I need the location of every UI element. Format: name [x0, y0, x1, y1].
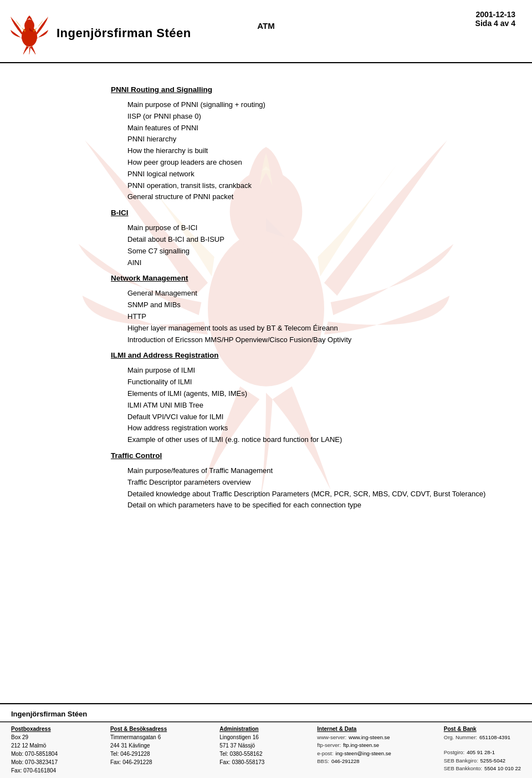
- section-pnni-heading: PNNI Routing and Signalling: [111, 85, 532, 94]
- header-subject: ATM: [257, 21, 274, 30]
- footer-bank-r5: SEB Bankkonto: 5504 10 010 22: [444, 765, 521, 772]
- header-page: Sida 4 av 4: [475, 19, 515, 28]
- footer-visiting: Post & Besöksadress Timmermansgatan 6 24…: [110, 726, 167, 775]
- footer-admin-r1: Lingonstigen 16: [219, 734, 264, 741]
- footer-admin-r2: 571 37 Nässjö: [219, 742, 264, 750]
- footer-postbox: Postboxadress Box 29 212 12 Malmö Mob: 0…: [11, 726, 58, 775]
- footer-internet-title: Internet & Data: [317, 726, 391, 732]
- list-item: Main purpose of B-ICI: [127, 222, 532, 234]
- section-traffic-heading: Traffic Control: [111, 451, 532, 460]
- list-item: Detail about B-ICI and B-ISUP: [127, 234, 532, 246]
- list-item: General Management: [127, 288, 532, 299]
- list-item: Detail on which parameters have to be sp…: [127, 500, 532, 511]
- header-left: Ingenjörsfirman Stéen: [10, 10, 191, 57]
- section-netmgmt: Network Management General ManagementSNM…: [111, 274, 532, 345]
- list-item: Example of other uses of ILMI (e.g. noti…: [127, 434, 532, 446]
- list-item: General structure of PNNI packet: [127, 191, 532, 203]
- footer-postbox-r3: Mob: 070-5851804: [11, 750, 58, 758]
- footer-internet-r3: e-post: ing-steen@ing-steen.se: [317, 750, 391, 757]
- list-item: HTTP: [127, 311, 532, 323]
- header-right: 2001-12-13 Sida 4 av 4: [475, 10, 515, 28]
- section-netmgmt-list: General ManagementSNMP and MIBsHTTPHighe…: [127, 288, 532, 345]
- footer-visiting-r2: 244 31 Kävlinge: [110, 742, 167, 750]
- list-item: How the hierarchy is built: [127, 145, 532, 157]
- footer-internet-r2: ftp-server: ftp.ing-steen.se: [317, 741, 391, 749]
- list-item: How peer group leaders are chosen: [127, 157, 532, 169]
- footer-bank-r1: Org. Nummer: 651108-4391: [444, 734, 521, 741]
- footer-postbox-r5: Fax: 070-6161804: [11, 767, 58, 775]
- footer-visiting-r3: Tel: 046-291228: [110, 750, 167, 758]
- section-ilmi: ILMI and Address Registration Main purpo…: [111, 351, 532, 446]
- footer-visiting-title: Post & Besöksadress: [110, 726, 167, 732]
- footer-postbox-r2: 212 12 Malmö: [11, 742, 58, 750]
- list-item: Main purpose of PNNI (signalling + routi…: [127, 99, 532, 111]
- list-item: Default VPI/VCI value for ILMI: [127, 411, 532, 423]
- list-item: Higher layer management tools as used by…: [127, 323, 532, 334]
- list-item: Main purpose of ILMI: [127, 365, 532, 377]
- section-pnni: PNNI Routing and Signalling Main purpose…: [111, 85, 532, 203]
- footer-bank-title: Post & Bank: [444, 726, 521, 732]
- list-item: Main features of PNNI: [127, 123, 532, 134]
- section-bici: B-ICI Main purpose of B-ICIDetail about …: [111, 209, 532, 268]
- footer-internet-r4: BBS: 046-291228: [317, 757, 391, 765]
- list-item: PNNI operation, transit lists, crankback: [127, 180, 532, 192]
- footer-admin-r3: Tel: 0380-558162: [219, 750, 264, 758]
- footer-postbox-r4: Mob: 070-3823417: [11, 759, 58, 766]
- section-netmgmt-heading: Network Management: [111, 274, 532, 282]
- main-content: PNNI Routing and Signalling Main purpose…: [0, 63, 532, 528]
- footer-admin-title: Administration: [219, 726, 264, 732]
- list-item: IISP (or PNNI phase 0): [127, 111, 532, 123]
- company-logo: [10, 10, 49, 57]
- list-item: ILMI ATM UNI MIB Tree: [127, 400, 532, 411]
- footer-visiting-r4: Fax: 046-291228: [110, 759, 167, 766]
- header-date: 2001-12-13: [475, 10, 515, 19]
- section-traffic-list: Main purpose/features of Traffic Managem…: [127, 465, 532, 511]
- list-item: Elements of ILMI (agents, MIB, IMEs): [127, 388, 532, 400]
- list-item: Some C7 signalling: [127, 246, 532, 257]
- section-pnni-list: Main purpose of PNNI (signalling + routi…: [127, 99, 532, 203]
- footer-bank-r2: [444, 741, 521, 748]
- footer-bank-r3: Postgiro: 405 91 28-1: [444, 749, 521, 756]
- list-item: PNNI logical network: [127, 169, 532, 180]
- section-ilmi-list: Main purpose of ILMIFunctionality of ILM…: [127, 365, 532, 446]
- list-item: Main purpose/features of Traffic Managem…: [127, 465, 532, 477]
- footer-postbox-title: Postboxadress: [11, 726, 58, 732]
- list-item: Traffic Descriptor parameters overview: [127, 477, 532, 489]
- list-item: Introduction of Ericsson MMS/HP Openview…: [127, 334, 532, 346]
- footer-admin: Administration Lingonstigen 16 571 37 Nä…: [219, 726, 264, 775]
- list-item: SNMP and MIBs: [127, 299, 532, 311]
- list-item: How address registration works: [127, 423, 532, 434]
- company-name: Ingenjörsfirman Stéen: [57, 26, 191, 40]
- footer-internet-r1: www-server: www.ing-steen.se: [317, 734, 391, 741]
- list-item: Functionality of ILMI: [127, 377, 532, 388]
- footer-bank: Post & Bank Org. Nummer: 651108-4391 Pos…: [444, 726, 521, 775]
- section-bici-list: Main purpose of B-ICIDetail about B-ICI …: [127, 222, 532, 268]
- list-item: Detailed knowledge about Traffic Descrip…: [127, 489, 532, 500]
- list-item: PNNI hierarchy: [127, 134, 532, 145]
- footer-bank-r4: SEB Bankgiro: 5255-5042: [444, 757, 521, 764]
- footer-internet: Internet & Data www-server: www.ing-stee…: [317, 726, 391, 775]
- section-bici-heading: B-ICI: [111, 209, 532, 217]
- page-header: Ingenjörsfirman Stéen ATM 2001-12-13 Sid…: [0, 0, 532, 63]
- list-item: AINI: [127, 257, 532, 269]
- section-traffic: Traffic Control Main purpose/features of…: [111, 451, 532, 511]
- footer-details: Postboxadress Box 29 212 12 Malmö Mob: 0…: [0, 722, 532, 778]
- footer-company-name: Ingenjörsfirman Stéen: [0, 703, 532, 722]
- page-footer: Ingenjörsfirman Stéen Postboxadress Box …: [0, 703, 532, 778]
- section-ilmi-heading: ILMI and Address Registration: [111, 351, 532, 359]
- footer-admin-r4: Fax: 0380-558173: [219, 759, 264, 766]
- footer-postbox-r1: Box 29: [11, 734, 58, 741]
- footer-visiting-r1: Timmermansgatan 6: [110, 734, 167, 741]
